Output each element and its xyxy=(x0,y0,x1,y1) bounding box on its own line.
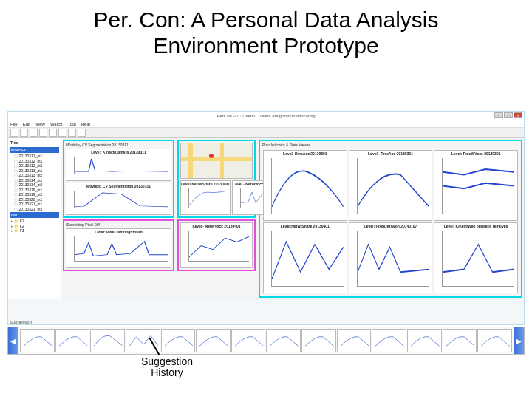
tool-button[interactable] xyxy=(68,129,76,137)
thumbnail[interactable] xyxy=(443,329,477,352)
app-window: PerCon – C:\Users\…\WMConfiguration\wmco… xyxy=(7,111,525,325)
chart-panel[interactable]: Level:NetWiShare 20130401 xyxy=(180,180,231,215)
thumbnail[interactable] xyxy=(407,329,442,352)
close-button[interactable]: × xyxy=(514,112,522,118)
chart-group: Level - NetWVocc 20130401 xyxy=(177,219,256,271)
chart-group: Something Pixel Diff Level: Pixel Diff/b… xyxy=(63,219,174,271)
menu-edit[interactable]: Edit xyxy=(23,122,30,126)
chart-title: Level: Kinect/Wall objstatic removed xyxy=(434,223,517,229)
thumbnail[interactable] xyxy=(372,329,406,352)
chart-panel[interactable]: Level: Kinect/Camera 20130311 xyxy=(66,149,171,181)
thumbnail[interactable] xyxy=(20,329,55,352)
thumbnails xyxy=(18,327,514,354)
scroll-right-button[interactable]: ▶ xyxy=(514,327,524,354)
thumbnail[interactable] xyxy=(337,329,372,352)
chart-title: Level: RmsAcc 20130301 xyxy=(264,151,347,157)
chart-panel[interactable]: Level - RmsAcc 20130301 xyxy=(349,150,433,221)
maximize-button[interactable]: ▢ xyxy=(504,112,513,118)
tree-item[interactable]: 20130321_pt2 xyxy=(10,207,59,212)
chart-title: Level - RmsAcc 20130301 xyxy=(349,151,432,157)
tool-button[interactable] xyxy=(10,129,18,137)
tree-section[interactable]: test xyxy=(10,212,59,218)
chart-title: Level: PixelDiffAvon 20140107 xyxy=(349,223,432,229)
chart-panel[interactable]: Level:NetWiShare 20130401 xyxy=(263,222,347,293)
thumbnail[interactable] xyxy=(266,329,301,352)
chart-title: Level: Pixel Diff/brightflash xyxy=(66,229,171,235)
chart-title: Level: RmsWVocc 20130301 xyxy=(434,151,517,157)
tool-button[interactable] xyxy=(49,129,57,137)
map-panel[interactable] xyxy=(180,143,253,179)
menu-tool[interactable]: Tool xyxy=(68,122,76,126)
suggestion-history-strip: Suggestion ◀ ▶ xyxy=(7,327,525,355)
chart-panel[interactable]: Level: Pixel Diff/brightflash xyxy=(66,228,171,268)
minimize-button[interactable]: – xyxy=(494,112,503,118)
label-suggestion-history: SuggestionHistory xyxy=(130,356,204,379)
thumbnail[interactable] xyxy=(196,329,231,352)
group-header: Something Pixel Diff xyxy=(66,222,171,227)
chart-panel[interactable]: Level - NetWVocc 20130401 xyxy=(180,222,253,268)
tool-button[interactable] xyxy=(30,129,38,137)
menu-file[interactable]: File xyxy=(10,122,18,126)
tool-button[interactable] xyxy=(78,129,86,137)
chart-group: PointIndicator & Stats Viewer Level: Rms… xyxy=(259,140,522,298)
tree-header: Tree xyxy=(10,140,59,146)
chart-title: Movups: CV Segmentation 20130311 xyxy=(66,183,171,189)
visual-workspace-panel: Workday CV Segmentation 20130311 Level: … xyxy=(61,138,524,299)
chart-title: Level: Kinect/Camera 20130311 xyxy=(66,149,171,155)
slide-title: Per. Con: A Personal Data Analysis Envir… xyxy=(0,0,532,58)
repository-viewer-panel: Tree KinectEx 20130311_pt1 20130312_pt1 … xyxy=(8,138,61,299)
tree-section[interactable]: KinectEx xyxy=(10,147,59,153)
tool-button[interactable] xyxy=(20,129,28,137)
chart-panel[interactable]: Level: PixelDiffAvon 20140107 xyxy=(349,222,433,293)
toolbar xyxy=(8,128,524,138)
menu-help[interactable]: Help xyxy=(81,122,90,126)
chart-title: Level - NetWVocc 20130401 xyxy=(181,223,252,229)
thumbnail[interactable] xyxy=(90,329,125,352)
menu-watch[interactable]: Watch xyxy=(50,122,63,126)
scroll-left-button[interactable]: ◀ xyxy=(8,327,18,354)
tree-folder[interactable]: F3 xyxy=(10,228,59,233)
menubar: File Edit View Watch Tool Help xyxy=(8,120,524,128)
chart-title: Level:NetWiShare 20130401 xyxy=(264,223,347,229)
chart-panel[interactable]: Level: Kinect/Wall objstatic removed xyxy=(434,222,518,293)
thumbnail[interactable] xyxy=(477,329,512,352)
window-titlebar: PerCon – C:\Users\…\WMConfiguration\wmco… xyxy=(8,112,524,120)
chart-group: Level:NetWiShare 20130401 Level - NetWVo… xyxy=(177,140,256,218)
chart-title: Level:NetWiShare 20130401 xyxy=(181,181,230,187)
chart-panel[interactable]: Level: RmsAcc 20130301 xyxy=(263,150,347,221)
group-header: PointIndicator & Stats Viewer xyxy=(262,143,519,147)
group-header: Workday CV Segmentation 20130311 xyxy=(66,143,171,147)
thumbnail[interactable] xyxy=(231,329,266,352)
thumbnail[interactable] xyxy=(161,329,196,352)
strip-label: Suggestion xyxy=(10,320,32,324)
thumbnail[interactable] xyxy=(55,329,90,352)
thumbnail[interactable] xyxy=(301,329,336,352)
tool-button[interactable] xyxy=(39,129,47,137)
tool-button[interactable] xyxy=(58,129,66,137)
chart-panel[interactable]: Level: RmsWVocc 20130301 xyxy=(434,150,518,221)
chart-panel[interactable]: Movups: CV Segmentation 20130311 xyxy=(66,183,171,215)
window-title: PerCon – C:\Users\…\WMConfiguration\wmco… xyxy=(216,114,315,118)
menu-view[interactable]: View xyxy=(35,122,45,126)
chart-group: Workday CV Segmentation 20130311 Level: … xyxy=(63,140,174,218)
